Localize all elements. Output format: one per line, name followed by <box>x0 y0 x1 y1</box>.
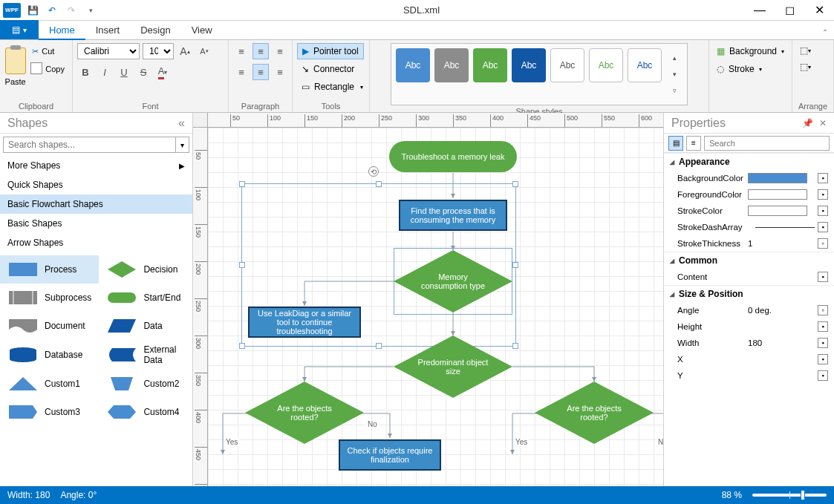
stencil-terminator[interactable]: Start/End <box>99 284 192 312</box>
node-leakdiag[interactable]: Use LeakDiag or a similar tool to contin… <box>248 307 361 338</box>
prop-strokethickness[interactable]: StrokeThickness1▫ <box>664 235 834 252</box>
undo-icon[interactable]: ↶ <box>45 3 59 18</box>
bgcolor-swatch[interactable] <box>748 173 807 183</box>
height-more-icon[interactable]: ▪ <box>818 321 828 332</box>
stencil-c1[interactable]: Custom1 <box>0 370 99 398</box>
align-middle-icon[interactable]: ≡ <box>253 43 269 59</box>
prop-x[interactable]: X▪ <box>664 351 834 367</box>
align-left-icon[interactable]: ≡ <box>233 64 250 80</box>
gallery-down-icon[interactable]: ▾ <box>666 66 682 82</box>
stencil-c4[interactable]: Custom4 <box>99 398 192 426</box>
more-shapes-item[interactable]: More Shapes▶ <box>0 156 192 175</box>
style-swatch-outline-gray[interactable]: Abc <box>550 48 584 82</box>
quick-shapes-item[interactable]: Quick Shapes <box>0 175 192 194</box>
collapse-shapes-icon[interactable]: « <box>178 117 185 130</box>
prop-strokecolor[interactable]: StrokeColor▪ <box>664 203 834 219</box>
width-more-icon[interactable]: ▪ <box>818 338 828 348</box>
bgcolor-more-icon[interactable]: ▪ <box>818 173 828 183</box>
grow-font-icon[interactable]: A▴ <box>177 43 193 59</box>
minimize-icon[interactable]: — <box>745 0 775 21</box>
font-color-icon[interactable]: A▾ <box>154 64 171 80</box>
props-categorized-icon[interactable]: ▤ <box>668 136 683 151</box>
prop-backgroundcolor[interactable]: BackgroundColor▪ <box>664 170 834 186</box>
copy-button[interactable]: Copy <box>29 61 68 77</box>
node-find-process[interactable]: Find the process that is consuming the m… <box>399 200 507 231</box>
stencil-process[interactable]: Process <box>0 255 99 284</box>
tab-view[interactable]: View <box>181 20 223 39</box>
underline-icon[interactable]: U <box>116 64 132 80</box>
stencil-document[interactable]: Document <box>0 312 99 340</box>
stencil-c3[interactable]: Custom3 <box>0 398 99 426</box>
stencil-data[interactable]: Data <box>99 312 192 340</box>
section-common[interactable]: Common <box>664 252 834 269</box>
align-right-icon[interactable]: ≡ <box>272 64 288 80</box>
strokecolor-swatch[interactable] <box>748 206 807 216</box>
canvas-scroll[interactable]: Troubleshoot a memory leak Find the proc… <box>208 128 663 486</box>
x-more-icon[interactable]: ▪ <box>818 354 828 364</box>
bold-icon[interactable]: B <box>77 64 94 80</box>
pin-icon[interactable]: 📌 <box>802 118 813 128</box>
italic-icon[interactable]: I <box>97 64 113 80</box>
pointer-tool-button[interactable]: ▶Pointer tool <box>297 43 364 59</box>
close-panel-icon[interactable]: ✕ <box>819 118 827 128</box>
connector-tool-button[interactable]: ↘Connector <box>297 61 359 77</box>
prop-strokedash[interactable]: StrokeDashArray▪ <box>664 219 834 235</box>
background-button[interactable]: ▦Background▾ <box>714 43 787 59</box>
style-swatch-outline-green[interactable]: Abc <box>589 48 623 82</box>
stencil-database[interactable]: Database <box>0 340 99 370</box>
style-swatch-gray[interactable]: Abc <box>434 48 469 82</box>
arrow-shapes-item[interactable]: Arrow Shapes <box>0 233 192 252</box>
shapes-search-dropdown-icon[interactable]: ▾ <box>176 137 189 153</box>
node-object-size[interactable]: Predominant object size <box>394 336 512 398</box>
section-sizepos[interactable]: Size & Position <box>664 285 834 302</box>
style-swatch-darkblue[interactable]: Abc <box>512 48 546 82</box>
stencil-subprocess[interactable]: Subprocess <box>0 284 99 312</box>
fgcolor-more-icon[interactable]: ▪ <box>818 189 828 200</box>
font-family-combo[interactable]: Calibri <box>77 43 140 59</box>
section-appearance[interactable]: Appearance <box>664 153 834 170</box>
rotate-handle-icon[interactable]: ⟲ <box>368 166 379 177</box>
redo-icon[interactable]: ↷ <box>64 3 79 18</box>
prop-angle[interactable]: Angle0 deg.▫ <box>664 302 834 318</box>
stencil-extdata[interactable]: External Data <box>99 340 192 370</box>
send-back-icon[interactable]: ⬚▾ <box>797 59 813 74</box>
maximize-icon[interactable]: ◻ <box>775 0 804 21</box>
props-alpha-icon[interactable]: ≡ <box>686 136 701 151</box>
align-bottom-icon[interactable]: ≡ <box>272 43 288 59</box>
content-more-icon[interactable]: ▪ <box>818 272 828 282</box>
strokethick-more-icon[interactable]: ▫ <box>818 238 828 249</box>
tab-design[interactable]: Design <box>130 20 180 39</box>
strokecolor-more-icon[interactable]: ▪ <box>818 206 828 216</box>
save-icon[interactable]: 💾 <box>25 3 40 18</box>
fgcolor-swatch[interactable] <box>748 189 807 200</box>
gallery-more-icon[interactable]: ▿ <box>666 82 682 99</box>
rectangle-tool-button[interactable]: ▭Rectangle▾ <box>297 79 368 95</box>
tab-home[interactable]: Home <box>39 21 85 40</box>
basic-flowchart-item[interactable]: Basic Flowchart Shapes <box>0 194 192 214</box>
properties-search-input[interactable] <box>704 136 830 151</box>
style-swatch-green[interactable]: Abc <box>473 48 507 82</box>
bring-front-icon[interactable]: ⬚▾ <box>797 43 813 58</box>
align-top-icon[interactable]: ≡ <box>233 43 250 59</box>
prop-height[interactable]: Height▪ <box>664 318 834 335</box>
cut-button[interactable]: Cut <box>29 43 68 59</box>
canvas[interactable]: Troubleshoot a memory leak Find the proc… <box>208 128 663 486</box>
stencil-c2[interactable]: Custom2 <box>99 370 192 398</box>
node-rooted-right[interactable]: Are the objects rooted? <box>535 382 654 444</box>
shrink-font-icon[interactable]: A▾ <box>196 43 212 59</box>
basic-shapes-item[interactable]: Basic Shapes <box>0 214 192 233</box>
file-tab[interactable]: ▤▾ <box>0 20 39 39</box>
align-center-icon[interactable]: ≡ <box>253 64 269 80</box>
close-icon[interactable]: ✕ <box>804 0 834 21</box>
shapes-search-input[interactable] <box>3 137 176 153</box>
style-swatch-outline-blue[interactable]: Abc <box>628 48 662 82</box>
paste-button[interactable]: Paste <box>4 43 26 91</box>
zoom-thumb[interactable] <box>801 490 805 500</box>
node-finalization[interactable]: Check if objects require finalization <box>339 439 441 471</box>
prop-width[interactable]: Width180▪ <box>664 335 834 351</box>
ribbon-collapse-icon[interactable]: ˆ <box>816 29 834 39</box>
stroke-button[interactable]: ◌Stroke▾ <box>714 61 765 77</box>
strokedash-more-icon[interactable]: ▪ <box>818 222 828 232</box>
shape-styles-gallery[interactable]: Abc Abc Abc Abc Abc Abc Abc ▴ ▾ ▿ <box>391 43 688 105</box>
font-size-combo[interactable]: 10 <box>143 43 174 59</box>
